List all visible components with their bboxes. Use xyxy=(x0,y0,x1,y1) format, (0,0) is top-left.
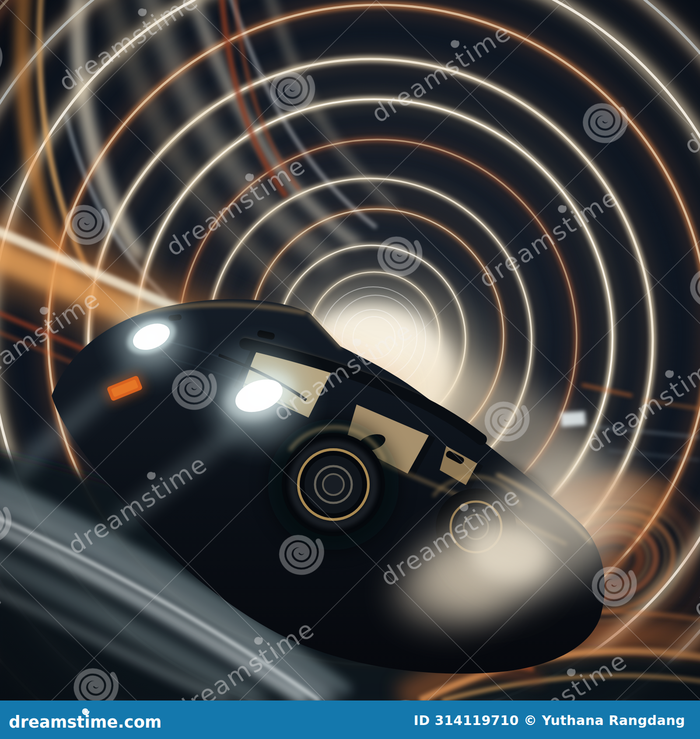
image-id: ID 314119710 xyxy=(414,713,519,728)
copyright-author: © Yuthana Rangdang xyxy=(524,713,685,728)
stock-photo-preview: dreamstime dreamstime.com ID 314119710 ©… xyxy=(0,0,700,739)
dreamstime-logo: dreamstime.com xyxy=(9,701,161,739)
artwork-image: dreamstime xyxy=(0,0,700,701)
night-drift-scene xyxy=(0,0,700,701)
vignette xyxy=(0,0,700,701)
dreamstime-spiral-icon xyxy=(82,708,90,715)
image-credit: ID 314119710 © Yuthana Rangdang xyxy=(414,712,685,728)
footer-bar: dreamstime.com ID 314119710 © Yuthana Ra… xyxy=(0,701,700,739)
